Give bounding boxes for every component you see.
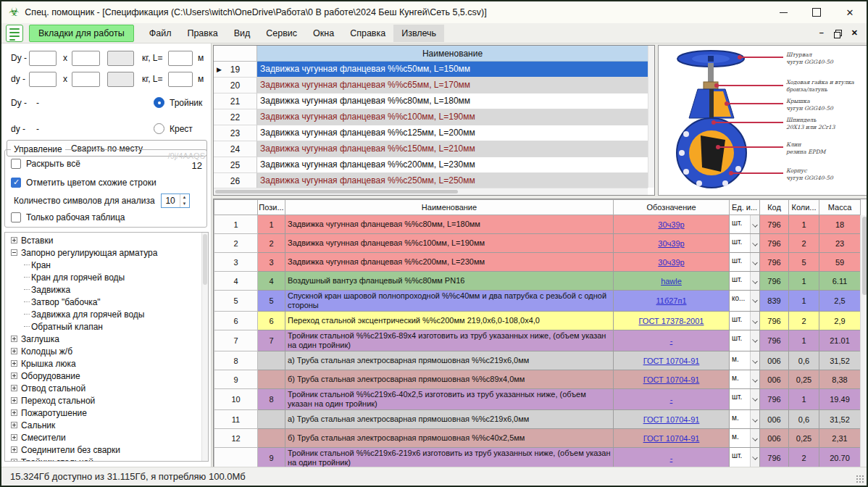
- spec-row[interactable]: 44Воздушный вантуз фланцевый %%с80мм PN1…: [214, 272, 861, 291]
- tree-item[interactable]: Заглушка: [5, 333, 201, 345]
- spec-desig-link[interactable]: -: [670, 454, 673, 462]
- expand-icon[interactable]: [11, 360, 17, 367]
- tree-item[interactable]: Оборудование: [5, 370, 201, 382]
- collapse-icon[interactable]: [11, 249, 17, 256]
- spec-row[interactable]: 77Тройник стальной %%с219х6-89х4 изготов…: [214, 330, 861, 351]
- spec-unit-cell[interactable]: м.: [730, 351, 760, 370]
- unit-combobox[interactable]: ко...: [730, 291, 759, 311]
- tree-item[interactable]: Сальник: [5, 419, 201, 431]
- spec-name-cell[interactable]: Задвижка чугунная фланцевая %%с100мм, L=…: [285, 234, 614, 253]
- chevron-down-icon[interactable]: [750, 410, 759, 428]
- resize-grip[interactable]: [856, 475, 864, 483]
- chevron-down-icon[interactable]: [750, 234, 759, 252]
- spec-row[interactable]: 9Тройник стальной %%с219х6-219х6 изготов…: [214, 448, 861, 469]
- unit-combobox[interactable]: м.: [730, 429, 759, 447]
- spec-row[interactable]: 108Тройник стальной %%с219х6-40х2,5 изго…: [214, 389, 861, 410]
- spec-desig-link[interactable]: -: [670, 336, 673, 345]
- tree-item[interactable]: Переход стальной: [5, 394, 201, 407]
- spec-unit-cell[interactable]: м.: [730, 370, 760, 389]
- unit-combobox[interactable]: шт.: [730, 389, 759, 409]
- dy2-d1-input[interactable]: [29, 72, 57, 87]
- expand-icon[interactable]: [11, 409, 17, 416]
- expand-icon[interactable]: [11, 459, 17, 462]
- spec-unit-header[interactable]: Ед. и...: [730, 200, 760, 215]
- dy-length-input[interactable]: [168, 51, 193, 66]
- mdi-minimize-icon[interactable]: –: [819, 29, 824, 37]
- menu-item-Правка[interactable]: Правка: [179, 25, 225, 42]
- tree-child-item[interactable]: Обратный клапан: [5, 320, 201, 333]
- unit-combobox[interactable]: м.: [730, 351, 759, 370]
- close-button[interactable]: ✕: [833, 1, 867, 23]
- catalog-row[interactable]: 26Задвижка чугунная фланцевая %%с250мм, …: [214, 173, 648, 189]
- catalog-row-name[interactable]: Задвижка чугунная фланцевая %%с250мм, L=…: [257, 173, 648, 189]
- spec-name-cell[interactable]: Тройник стальной %%с219х6-219х6 изготови…: [285, 448, 614, 469]
- chevron-down-icon[interactable]: [750, 312, 759, 330]
- tree-item[interactable]: Тройник стальной: [5, 456, 201, 462]
- mdi-close-icon[interactable]: ✕: [851, 29, 858, 37]
- maximize-button[interactable]: [800, 1, 833, 23]
- minimize-button[interactable]: [767, 1, 800, 23]
- chevron-down-icon[interactable]: [750, 330, 759, 351]
- tree-item[interactable]: Пожаротушение: [5, 407, 201, 419]
- menu-item-Вид[interactable]: Вид: [226, 25, 259, 42]
- spec-desig-link[interactable]: 30ч39р: [658, 239, 684, 248]
- tree-scrollbar[interactable]: [201, 233, 208, 461]
- chevron-down-icon[interactable]: [750, 272, 759, 290]
- spec-name-cell[interactable]: а) Труба стальная электросварная прямошо…: [285, 410, 614, 429]
- spec-row[interactable]: 9б) Труба стальная электросварная прямош…: [214, 370, 861, 389]
- catalog-row-name[interactable]: Задвижка чугунная фланцевая %%с80мм, L=1…: [257, 93, 648, 109]
- mdi-restore-icon[interactable]: [834, 30, 841, 37]
- work-tabs-button[interactable]: Вкладки для работы: [29, 25, 134, 42]
- catalog-row[interactable]: 24Задвижка чугунная фланцевая %%с150мм, …: [214, 141, 648, 157]
- menu-item-Окна[interactable]: Окна: [305, 25, 342, 42]
- spec-row-number[interactable]: 2: [214, 234, 258, 253]
- unit-combobox[interactable]: шт.: [730, 272, 759, 290]
- stepper-down-icon[interactable]: ▼: [180, 201, 189, 207]
- catalog-name-header[interactable]: Наименование: [257, 46, 648, 62]
- spec-unit-cell[interactable]: шт.: [730, 312, 760, 330]
- catalog-row[interactable]: 23Задвижка чугунная фланцевая %%с125мм, …: [214, 125, 648, 141]
- chevron-down-icon[interactable]: [750, 389, 759, 409]
- spec-desig-link[interactable]: -: [670, 395, 673, 404]
- expand-all-checkbox[interactable]: [11, 159, 21, 169]
- spec-desig-link[interactable]: ГОСТ 10704-91: [643, 415, 700, 424]
- catalog-row[interactable]: 20Задвижка чугунная фланцевая %%с65мм, L…: [214, 78, 648, 93]
- menu-item-extract[interactable]: Извлечь: [393, 25, 444, 42]
- spec-desig-link[interactable]: 30ч39р: [658, 258, 684, 267]
- catalog-row[interactable]: 21Задвижка чугунная фланцевая %%с80мм, L…: [214, 93, 648, 109]
- unit-combobox[interactable]: м.: [730, 370, 759, 388]
- dy-d1-input[interactable]: [29, 51, 57, 66]
- spec-unit-cell[interactable]: шт.: [730, 330, 760, 351]
- spec-unit-cell[interactable]: шт.: [730, 272, 760, 291]
- spec-name-cell[interactable]: Воздушный вантуз фланцевый %%с80мм PN16: [285, 272, 614, 291]
- catalog-row-name[interactable]: Задвижка чугунная фланцевая %%с65мм, L=1…: [257, 78, 648, 93]
- expand-icon[interactable]: [11, 372, 17, 379]
- color-similar-checkbox[interactable]: [11, 178, 21, 188]
- spec-row-number[interactable]: [214, 448, 258, 469]
- catalog-row-name[interactable]: Задвижка чугунная фланцевая %%с50мм, L=1…: [257, 62, 648, 78]
- spec-desig-link[interactable]: ГОСТ 10704-91: [643, 434, 700, 443]
- tree-child-item[interactable]: Кран для горячей воды: [5, 271, 201, 283]
- catalog-row-header[interactable]: 23: [214, 125, 257, 141]
- spec-row[interactable]: 66Переход стальной эксцентрический %%с20…: [214, 312, 861, 330]
- worktable-only-checkbox[interactable]: [11, 212, 21, 222]
- spec-name-cell[interactable]: б) Труба стальная электросварная прямошо…: [285, 429, 614, 448]
- spec-row-number[interactable]: 6: [214, 312, 258, 330]
- spec-unit-cell[interactable]: шт.: [730, 253, 760, 272]
- spec-desig-link[interactable]: ГОСТ 10704-91: [643, 357, 700, 365]
- spec-row[interactable]: 12б) Труба стальная электросварная прямо…: [214, 429, 861, 448]
- tree-item[interactable]: Вставки: [5, 234, 201, 246]
- spec-unit-cell[interactable]: шт.: [730, 215, 760, 234]
- spec-unit-cell[interactable]: шт.: [730, 389, 760, 410]
- expand-icon[interactable]: [11, 348, 17, 354]
- chevron-down-icon[interactable]: [750, 429, 759, 447]
- spec-unit-cell[interactable]: шт.: [730, 448, 760, 469]
- spec-name-header[interactable]: Наименование: [285, 200, 614, 215]
- stepper-up-icon[interactable]: ▲: [180, 194, 189, 201]
- catalog-row-name[interactable]: Задвижка чугунная фланцевая %%с125мм, L=…: [257, 125, 648, 141]
- spec-name-cell[interactable]: а) Труба стальная электросварная прямошо…: [285, 351, 614, 370]
- spec-pos-header[interactable]: Пози...: [258, 200, 285, 215]
- catalog-row-header[interactable]: 22: [214, 109, 257, 125]
- tee-radio[interactable]: [154, 97, 164, 108]
- tree-child-item[interactable]: Кран: [5, 259, 201, 271]
